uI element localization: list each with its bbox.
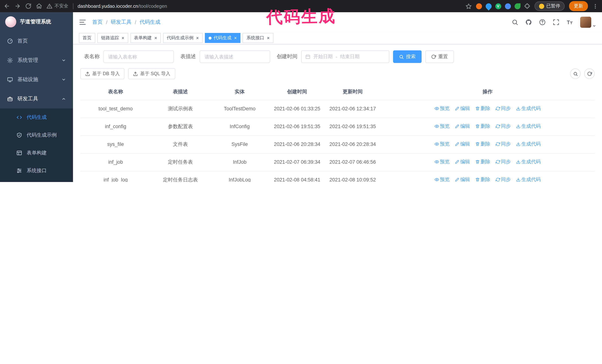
edit-link[interactable]: 编辑 (455, 140, 470, 148)
edit-link[interactable]: 编辑 (455, 176, 470, 182)
refresh-table-button[interactable] (584, 69, 595, 79)
sidebar-item-codegen[interactable]: 代码生成 (0, 108, 73, 126)
sidebar-item-infra[interactable]: 基础设施 (0, 70, 73, 89)
user-menu[interactable] (580, 16, 596, 28)
sidebar-toggle-icon[interactable] (79, 18, 86, 26)
date-range-picker[interactable]: 开始日期 - 结束日期 (301, 50, 389, 63)
delete-link[interactable]: 删除 (475, 140, 490, 148)
extension-drop-icon[interactable] (484, 2, 493, 10)
breadcrumb-devtools[interactable]: 研发工具 (111, 19, 131, 25)
fullscreen-icon[interactable] (553, 19, 559, 25)
extension-shield-icon[interactable] (476, 3, 482, 9)
table-desc-input[interactable] (200, 50, 270, 63)
generate-link[interactable]: 生成代码 (516, 176, 541, 182)
table-name-input[interactable] (103, 50, 174, 63)
sidebar-item-devtools[interactable]: 研发工具 (0, 89, 73, 108)
sync-link[interactable]: 同步 (495, 123, 511, 130)
sync-icon (495, 124, 500, 128)
chevron-down-icon (62, 58, 66, 62)
security-indicator[interactable]: 不安全 (47, 3, 68, 9)
preview-label: 预览 (440, 140, 450, 148)
cell-created: 2021-02-08 04:58:41 (269, 171, 325, 182)
delete-link[interactable]: 删除 (475, 158, 490, 166)
bookmark-star-icon[interactable] (465, 3, 472, 9)
tab-表单构建[interactable]: 表单构建× (130, 33, 161, 43)
delete-label: 删除 (481, 158, 490, 166)
preview-link[interactable]: 预览 (434, 158, 450, 166)
preview-link[interactable]: 预览 (434, 140, 450, 148)
preview-icon (434, 160, 439, 164)
delete-link[interactable]: 删除 (475, 176, 490, 182)
paused-badge[interactable]: 已暂停 (534, 1, 565, 11)
tab-首页[interactable]: 首页 (79, 33, 95, 43)
tab-close-icon[interactable]: × (234, 36, 237, 40)
generate-link[interactable]: 生成代码 (516, 123, 541, 130)
tab-close-icon[interactable]: × (267, 36, 270, 40)
cell-updated: 2021-02-06 12:34:17 (325, 100, 380, 118)
reset-button[interactable]: 重置 (425, 50, 454, 63)
tab-代码生成[interactable]: 代码生成× (205, 33, 241, 43)
sidebar-item-db-docs[interactable]: 数据库文档 (0, 180, 73, 182)
sidebar-item-system-api[interactable]: 系统接口 (0, 162, 73, 180)
generate-link[interactable]: 生成代码 (516, 140, 541, 148)
preview-link[interactable]: 预览 (434, 105, 450, 112)
preview-link[interactable]: 预览 (434, 176, 450, 182)
emoji-face-icon (539, 3, 544, 9)
delete-icon (475, 142, 480, 146)
cell-entity: InfConfig (210, 118, 269, 136)
extension-people-icon[interactable] (505, 3, 511, 9)
back-icon[interactable] (4, 3, 10, 9)
sidebar-item-codegen-example[interactable]: 代码生成示例 (0, 126, 73, 144)
search-button[interactable]: 搜索 (393, 50, 422, 63)
update-button[interactable]: 更新 (569, 1, 588, 11)
edit-link[interactable]: 编辑 (455, 158, 470, 166)
font-size-icon[interactable] (566, 19, 573, 25)
tab-系统接口[interactable]: 系统接口× (243, 33, 273, 43)
import-sql-button[interactable]: 基于 SQL 导入 (128, 68, 175, 79)
sidebar-item-home[interactable]: 首页 (0, 31, 73, 51)
table-header-row: 表名称表描述实体创建时间更新时间操作 (80, 84, 595, 100)
delete-link[interactable]: 删除 (475, 123, 490, 130)
breadcrumb: 首页 / 研发工具 / 代码生成 (92, 19, 161, 25)
preview-icon (434, 177, 439, 182)
tab-close-icon[interactable]: × (121, 36, 124, 40)
extension-check-icon[interactable]: V (495, 3, 501, 9)
sync-link[interactable]: 同步 (495, 105, 511, 112)
tab-close-icon[interactable]: × (196, 36, 199, 40)
sync-link[interactable]: 同步 (495, 176, 511, 182)
toggle-search-button[interactable] (570, 69, 580, 79)
reload-icon[interactable] (25, 3, 32, 9)
edit-link[interactable]: 编辑 (455, 123, 470, 130)
sync-link[interactable]: 同步 (495, 140, 511, 148)
extension-leaf-icon[interactable] (514, 3, 520, 9)
tab-链路追踪[interactable]: 链路追踪× (97, 33, 128, 43)
cell-table-name: inf_config (80, 118, 151, 136)
generate-link[interactable]: 生成代码 (516, 158, 541, 166)
help-icon[interactable] (539, 19, 546, 25)
generate-link[interactable]: 生成代码 (516, 105, 541, 112)
github-icon[interactable] (525, 19, 532, 25)
delete-link[interactable]: 删除 (475, 105, 490, 112)
edit-link[interactable]: 编辑 (455, 105, 470, 112)
table-desc-label: 表描述 (180, 53, 196, 60)
sliders-icon (16, 168, 22, 174)
home-icon[interactable] (36, 3, 42, 9)
tab-close-icon[interactable]: × (154, 36, 157, 40)
tab-label: 表单构建 (134, 35, 152, 41)
generate-icon (516, 142, 520, 146)
sidebar-item-form-builder[interactable]: 表单构建 (0, 144, 73, 162)
preview-link[interactable]: 预览 (434, 123, 450, 130)
forward-icon[interactable] (14, 3, 21, 9)
edit-label: 编辑 (460, 123, 470, 130)
sidebar-item-system[interactable]: 系统管理 (0, 51, 73, 70)
sidebar-logo[interactable]: 芋道管理系统 (0, 12, 73, 31)
search-icon[interactable] (512, 19, 518, 25)
tab-代码生成示例[interactable]: 代码生成示例× (163, 33, 203, 43)
sync-link[interactable]: 同步 (495, 158, 511, 166)
breadcrumb-home[interactable]: 首页 (92, 19, 103, 25)
import-db-button[interactable]: 基于 DB 导入 (80, 68, 125, 79)
preview-label: 预览 (440, 105, 450, 112)
browser-menu-icon[interactable] (592, 3, 598, 9)
address-bar[interactable]: dashboard.yudao.iocoder.cn/tool/codegen (78, 3, 461, 9)
extensions-puzzle-icon[interactable] (524, 3, 530, 9)
